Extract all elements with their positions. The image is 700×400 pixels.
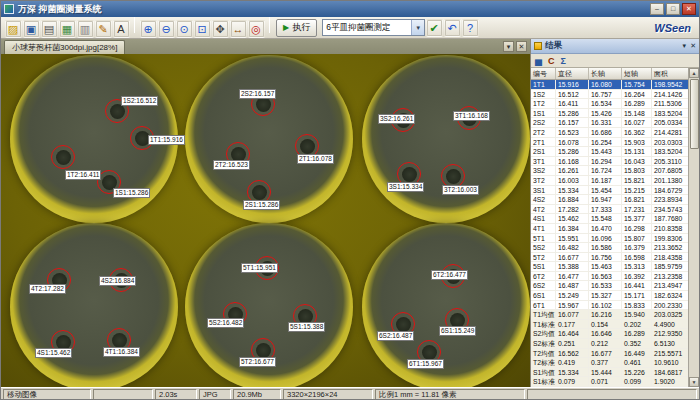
print-icon[interactable]: ▤ bbox=[41, 20, 58, 38]
table-row[interactable]: 3S115.33415.45415.215184.6729 bbox=[531, 186, 688, 196]
value-cell: 15.454 bbox=[589, 186, 622, 195]
table-row[interactable]: T1均值16.07716.21615.940203.0325 bbox=[531, 310, 688, 320]
pan-icon[interactable]: ✥ bbox=[212, 20, 229, 38]
column-header[interactable]: 短轴 bbox=[622, 68, 652, 79]
text-tool-icon[interactable]: A bbox=[113, 20, 130, 38]
zoom-out-icon[interactable]: ⊖ bbox=[158, 20, 175, 38]
table-row[interactable]: S1标准差0.0790.0710.0991.9020 bbox=[531, 377, 688, 387]
table-row[interactable]: 6T216.47716.56316.392213.2358 bbox=[531, 272, 688, 282]
zoom-in-icon[interactable]: ⊕ bbox=[140, 20, 157, 38]
open-icon[interactable]: ▨ bbox=[5, 20, 22, 38]
zoom-actual-icon[interactable]: ⊡ bbox=[194, 20, 211, 38]
save-icon[interactable]: ▣ bbox=[23, 20, 40, 38]
table-row[interactable]: T2标准差0.4190.3770.46110.9610 bbox=[531, 358, 688, 368]
row-id-cell: 4T1 bbox=[531, 224, 556, 233]
scrollbar-thumb[interactable] bbox=[690, 79, 699, 149]
tab-bar-buttons: ▾ ✕ bbox=[503, 41, 527, 54]
value-cell: 213.4947 bbox=[652, 281, 688, 290]
table-row[interactable]: 1S216.51216.75716.264214.1426 bbox=[531, 90, 688, 100]
value-cell: 16.470 bbox=[589, 224, 622, 233]
table-row[interactable]: 1T115.91616.08015.754198.9542 bbox=[531, 80, 688, 90]
sum-icon[interactable]: Σ bbox=[560, 55, 565, 67]
table-row[interactable]: 3T216.00316.18715.821201.1380 bbox=[531, 176, 688, 186]
table-row[interactable]: S2标准差0.2510.2120.3526.5130 bbox=[531, 339, 688, 349]
copy-icon[interactable]: ▥ bbox=[77, 20, 94, 38]
value-cell: 16.586 bbox=[589, 243, 622, 252]
table-row[interactable]: T2均值16.56216.67716.449215.5571 bbox=[531, 349, 688, 359]
value-cell: 15.548 bbox=[589, 214, 622, 223]
row-id-cell: 4T2 bbox=[531, 205, 556, 214]
table-row[interactable]: S1均值15.33415.44415.226184.6817 bbox=[531, 368, 688, 378]
value-cell: 15.249 bbox=[556, 291, 589, 300]
table-row[interactable]: 5S216.48216.58616.379213.3652 bbox=[531, 243, 688, 253]
apply-icon[interactable]: ✔ bbox=[426, 19, 443, 37]
execute-button[interactable]: ▶ 执行 bbox=[276, 19, 317, 37]
results-header: 结果 ▾ ✕ bbox=[531, 39, 699, 54]
mode-select[interactable]: 6平皿抑菌圈测定 ▼ bbox=[322, 19, 425, 36]
row-id-cell: 2S1 bbox=[531, 147, 556, 156]
copy-results-icon[interactable]: C bbox=[548, 55, 555, 67]
execute-label: 执行 bbox=[292, 21, 310, 34]
value-cell: 16.384 bbox=[556, 224, 589, 233]
brand-logo: WSeen bbox=[654, 22, 696, 34]
table-scrollbar[interactable]: ▲ ▼ bbox=[688, 68, 699, 387]
table-row[interactable]: 2S216.15716.33116.027205.0334 bbox=[531, 118, 688, 128]
chevron-down-icon[interactable]: ▼ bbox=[411, 20, 424, 35]
table-row[interactable]: 5T115.95116.09615.807199.8306 bbox=[531, 234, 688, 244]
chart-icon[interactable]: ▅ bbox=[535, 55, 542, 67]
row-id-cell: 3S1 bbox=[531, 186, 556, 195]
tab-scroll-icon[interactable]: ▾ bbox=[503, 41, 514, 52]
minimize-button[interactable]: – bbox=[650, 3, 664, 15]
table-row[interactable]: 6S216.48716.53316.441213.4947 bbox=[531, 281, 688, 291]
image-icon[interactable]: ▦ bbox=[59, 20, 76, 38]
table-row[interactable]: 6T115.96716.10215.833200.2330 bbox=[531, 301, 688, 311]
scroll-up-icon[interactable]: ▲ bbox=[689, 68, 699, 78]
row-id-cell: S2均值 bbox=[531, 329, 556, 338]
zoom-fit-icon[interactable]: ⊙ bbox=[176, 20, 193, 38]
tab-close-icon[interactable]: ✕ bbox=[516, 41, 527, 52]
column-header[interactable]: 面积 bbox=[652, 68, 688, 79]
panel-close-icon[interactable]: ✕ bbox=[690, 42, 696, 50]
column-header[interactable]: 长轴 bbox=[589, 68, 622, 79]
pencil-icon[interactable]: ✎ bbox=[95, 20, 112, 38]
table-row[interactable]: 2T116.07816.25415.903203.0303 bbox=[531, 138, 688, 148]
table-row[interactable]: 4S216.88416.94716.821223.8934 bbox=[531, 195, 688, 205]
marker-icon[interactable]: ◎ bbox=[248, 20, 265, 38]
value-cell: 16.686 bbox=[589, 128, 622, 137]
value-cell: 16.947 bbox=[589, 195, 622, 204]
table-row[interactable]: S2均值16.46416.64616.289212.9350 bbox=[531, 329, 688, 339]
table-row[interactable]: 6S115.24915.32715.171182.6324 bbox=[531, 291, 688, 301]
table-row[interactable]: 3T116.16816.29416.043205.3110 bbox=[531, 157, 688, 167]
table-row[interactable]: 4T217.28217.33317.231234.5743 bbox=[531, 205, 688, 215]
value-cell: 15.334 bbox=[556, 368, 589, 377]
image-canvas[interactable]: 1S2:16.5121T1:15.9161T2:16.4111S1:15.286… bbox=[1, 54, 530, 387]
row-id-cell: 6T1 bbox=[531, 301, 556, 310]
panel-menu-icon[interactable]: ▾ bbox=[683, 42, 687, 50]
status-segment bbox=[527, 389, 697, 400]
column-header[interactable]: 直径 bbox=[556, 68, 589, 79]
measurement-label: 3S1:15.334 bbox=[387, 182, 424, 192]
table-row[interactable]: T1标准差0.1770.1540.2024.4900 bbox=[531, 320, 688, 330]
table-row[interactable]: 3S216.26116.72415.803207.6805 bbox=[531, 166, 688, 176]
table-row[interactable]: 2T216.52316.68616.362214.4281 bbox=[531, 128, 688, 138]
column-header[interactable]: 编号 bbox=[531, 68, 556, 79]
help-icon[interactable]: ? bbox=[462, 19, 479, 37]
table-row[interactable]: 4S115.46215.54815.377187.7680 bbox=[531, 214, 688, 224]
table-row[interactable]: 5S115.38815.46315.313185.9759 bbox=[531, 262, 688, 272]
undo-icon[interactable]: ↶ bbox=[444, 19, 461, 37]
value-cell: 16.027 bbox=[622, 118, 652, 127]
measure-icon[interactable]: ↔ bbox=[230, 20, 247, 38]
colony-marker[interactable] bbox=[51, 145, 75, 169]
table-row[interactable]: 5T216.67716.75616.598218.4358 bbox=[531, 253, 688, 263]
maximize-button[interactable]: □ bbox=[666, 3, 680, 15]
image-tab[interactable]: 小球芽孢杆菌300dpi.jpg[28%] bbox=[4, 40, 125, 54]
scroll-down-icon[interactable]: ▼ bbox=[689, 377, 699, 387]
measurement-label: 2S2:16.157 bbox=[239, 89, 276, 99]
table-row[interactable]: 4T116.38416.47016.298210.8358 bbox=[531, 224, 688, 234]
close-button[interactable]: ✕ bbox=[682, 3, 696, 15]
measurement-label: 1S1:15.286 bbox=[113, 188, 150, 198]
table-row[interactable]: 1S115.28615.42615.148183.5204 bbox=[531, 109, 688, 119]
table-row[interactable]: 2S115.28615.44315.131183.5204 bbox=[531, 147, 688, 157]
value-cell: 16.724 bbox=[589, 166, 622, 175]
table-row[interactable]: 1T216.41116.53416.289211.5306 bbox=[531, 99, 688, 109]
